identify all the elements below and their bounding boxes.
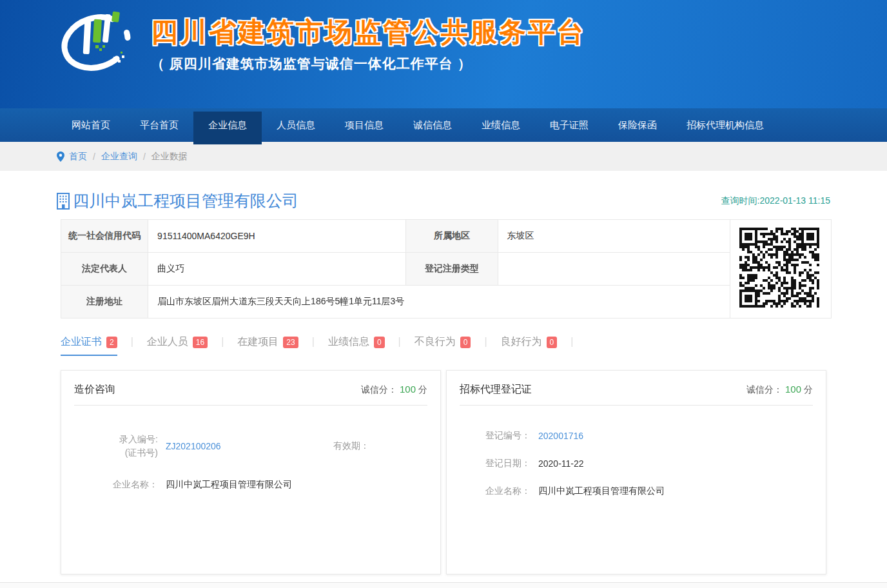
company-info-table: 统一社会信用代码 91511400MA6420GE9H 所属地区 东坡区 法定代… (61, 219, 832, 318)
nav-item-enterprise-info[interactable]: 企业信息 (193, 108, 262, 142)
certificate-card-cost-consulting: 造价咨询 诚信分：100分 录入编号:(证书号) ZJ202100206 有效期… (61, 370, 441, 574)
site-title: 四川省建筑市场监管公共服务平台 (151, 14, 586, 50)
tab-enterprise-certificates[interactable]: 企业证书 2 (61, 335, 117, 356)
credit-score: 诚信分：100分 (361, 384, 427, 396)
field-value-legal-rep: 曲义巧 (148, 253, 406, 286)
nav-item-e-license[interactable]: 电子证照 (535, 108, 603, 142)
count-badge: 0 (460, 337, 471, 348)
nav-item-home[interactable]: 网站首页 (57, 108, 125, 142)
certificate-number-link[interactable]: ZJ202100206 (166, 441, 269, 451)
tab-divider: | (484, 335, 487, 348)
tab-divider: | (221, 335, 224, 348)
qr-code (730, 220, 831, 318)
field-label: 企业名称： (74, 478, 158, 491)
tab-good-behavior[interactable]: 良好行为 0 (501, 335, 558, 356)
nav-item-project-info[interactable]: 项目信息 (330, 108, 398, 142)
detail-tabs: 企业证书 2 | 企业人员 16 | 在建项目 23 | 业绩信息 0 | 不良… (61, 335, 830, 356)
tab-divider: | (312, 335, 315, 348)
card-title: 招标代理登记证 (460, 383, 532, 397)
field-label: 有效期： (333, 440, 369, 452)
field-label: 注册地址 (61, 286, 148, 318)
field-label: 所属地区 (406, 220, 498, 253)
field-value-reg-type (498, 253, 730, 286)
count-badge: 16 (193, 337, 208, 348)
location-pin-icon (57, 152, 64, 162)
tab-divider: | (570, 335, 573, 348)
card-title: 造价咨询 (74, 383, 115, 397)
count-badge: 0 (547, 337, 558, 348)
breadcrumb-current: 企业数据 (151, 151, 188, 162)
certificate-card-bidding-agency: 招标代理登记证 诚信分：100分 登记编号： 202001716 登记日期： 2… (446, 370, 826, 574)
site-header: 四川省建筑市场监管公共服务平台 （ 原四川省建筑市场监管与诚信一体化工作平台 ） (0, 0, 887, 108)
field-label: 登记编号： (460, 430, 531, 442)
tab-divider: | (398, 335, 401, 348)
nav-item-bidding-agency-info[interactable]: 招标代理机构信息 (672, 108, 779, 142)
site-subtitle: （ 原四川省建筑市场监管与诚信一体化工作平台 ） (151, 55, 586, 73)
field-value-credit-code: 91511400MA6420GE9H (148, 220, 406, 253)
breadcrumb: 首页 / 企业查询 / 企业数据 (0, 142, 887, 171)
building-icon (57, 193, 70, 210)
nav-item-insurance-guarantee[interactable]: 保险保函 (603, 108, 672, 142)
count-badge: 0 (374, 337, 385, 348)
breadcrumb-enterprise-search[interactable]: 企业查询 (101, 151, 137, 162)
count-badge: 2 (106, 337, 117, 348)
field-label: 统一社会信用代码 (61, 220, 148, 253)
field-label: 录入编号:(证书号) (74, 433, 158, 460)
query-time: 查询时间:2022-01-13 11:15 (721, 195, 830, 207)
credit-score: 诚信分：100分 (746, 384, 813, 396)
nav-item-performance-info[interactable]: 业绩信息 (467, 108, 535, 142)
footer-divider (0, 582, 887, 588)
company-name-value: 四川中岚工程项目管理有限公司 (166, 479, 292, 491)
count-badge: 23 (283, 337, 298, 348)
tab-divider: | (131, 335, 133, 348)
company-name-value: 四川中岚工程项目管理有限公司 (538, 485, 665, 497)
field-value-address: 眉山市东坡区眉州大道东三段天天向上186号5幢1单元11层3号 (148, 286, 730, 318)
tab-projects-in-progress[interactable]: 在建项目 23 (237, 335, 298, 356)
table-row: 法定代表人 曲义巧 登记注册类型 (61, 253, 832, 286)
tab-enterprise-personnel[interactable]: 企业人员 16 (147, 335, 208, 356)
tab-bad-behavior[interactable]: 不良行为 0 (414, 335, 471, 356)
breadcrumb-separator: / (93, 152, 95, 162)
breadcrumb-home[interactable]: 首页 (69, 151, 87, 162)
registration-number-link[interactable]: 202001716 (538, 431, 583, 441)
nav-item-platform-home[interactable]: 平台首页 (125, 108, 193, 142)
breadcrumb-separator: / (143, 152, 146, 162)
credit-score-value: 100 (400, 384, 416, 395)
nav-item-credit-info[interactable]: 诚信信息 (398, 108, 467, 142)
registration-date-value: 2020-11-22 (538, 458, 584, 469)
main-nav: 网站首页 平台首页 企业信息 人员信息 项目信息 诚信信息 业绩信息 电子证照 … (0, 108, 887, 142)
page-title: 四川中岚工程项目管理有限公司 (73, 190, 298, 211)
table-row: 统一社会信用代码 91511400MA6420GE9H 所属地区 东坡区 (61, 220, 832, 253)
credit-score-value: 100 (785, 384, 801, 395)
table-row: 注册地址 眉山市东坡区眉州大道东三段天天向上186号5幢1单元11层3号 (61, 286, 832, 318)
field-label: 登记日期： (460, 458, 531, 469)
field-label: 登记注册类型 (406, 253, 498, 286)
field-label: 企业名称： (460, 485, 531, 497)
field-value-region: 东坡区 (498, 220, 730, 253)
nav-item-personnel-info[interactable]: 人员信息 (262, 108, 330, 142)
platform-logo-icon (57, 6, 135, 76)
field-label: 法定代表人 (61, 253, 148, 286)
tab-performance-info[interactable]: 业绩信息 0 (328, 335, 385, 356)
